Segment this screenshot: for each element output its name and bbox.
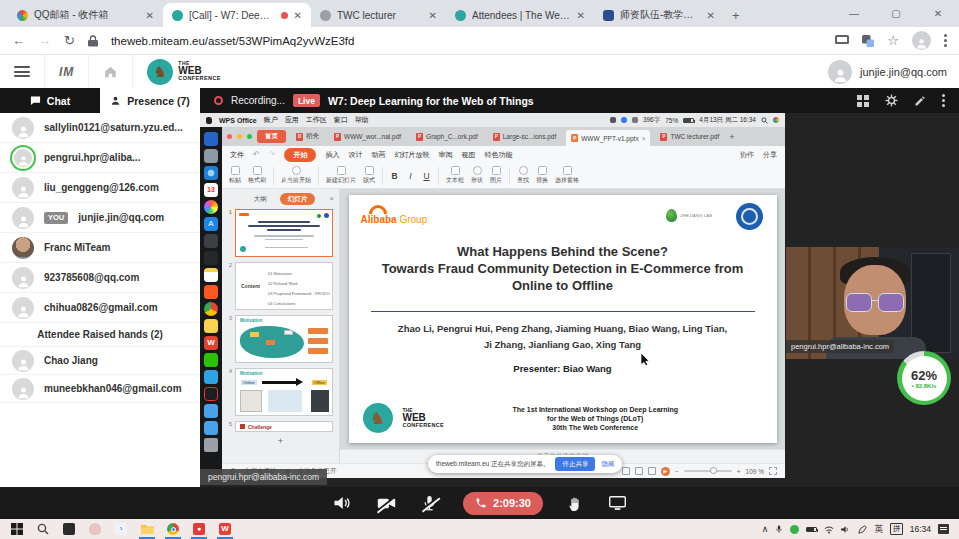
ribbon-tab-insert[interactable]: 插入 xyxy=(325,150,339,160)
browser-menu-icon[interactable] xyxy=(944,34,947,47)
wps-tab-docer[interactable]: D稻壳 xyxy=(291,129,324,144)
forward-button-icon[interactable]: → xyxy=(38,33,51,48)
menu-wps-office[interactable]: WPS Office xyxy=(219,117,257,124)
tab-close-icon[interactable]: ✕ xyxy=(294,10,302,21)
tray-antivirus-icon[interactable] xyxy=(790,525,799,534)
attendee-row[interactable]: 923785608@qq.com xyxy=(0,263,200,293)
find-tool[interactable]: 查找 xyxy=(517,166,529,186)
slide-thumbnail-5[interactable]: 5 Challenge xyxy=(222,418,339,434)
taskbar-app-dark[interactable] xyxy=(56,519,82,539)
browser-tab-attendees[interactable]: Attendees | The Web Confere ✕ xyxy=(446,3,594,27)
ribbon-tab-animation[interactable]: 动画 xyxy=(371,150,385,160)
dock-icon-chrome[interactable] xyxy=(204,302,218,316)
bold-tool[interactable]: B xyxy=(390,171,399,181)
textbox-tool[interactable]: 文本框 xyxy=(446,166,464,186)
url-field[interactable]: theweb.miteam.eu/asset/53WPimAq2yvWzE3fd xyxy=(111,35,355,47)
menu-window[interactable]: 窗口 xyxy=(334,115,348,125)
wps-tab-pdf[interactable]: PTWC lecturer.pdf xyxy=(655,130,724,144)
add-slide-button[interactable]: + xyxy=(222,436,339,446)
browser-tab-twc-lecturer[interactable]: TWC lecturer ✕ xyxy=(311,3,446,27)
network-quality-badge[interactable]: 62% ▪ 82.8K/s xyxy=(897,351,951,405)
tab-close-icon[interactable]: ✕ xyxy=(577,10,585,21)
ribbon-tab-view[interactable]: 视图 xyxy=(461,150,475,160)
ime-language-indicator[interactable]: 英 xyxy=(874,523,883,536)
browser-tab-call-active[interactable]: [Call] - W7: Deep Learning ✕ xyxy=(163,3,311,27)
share-button[interactable]: 分享 xyxy=(763,150,777,160)
ribbon-tab-review[interactable]: 审阅 xyxy=(438,150,452,160)
taskbar-wps[interactable]: W xyxy=(212,519,238,539)
home-button[interactable] xyxy=(89,55,133,88)
wps-tab-pdf[interactable]: PGraph_C...ork.pdf xyxy=(411,130,483,144)
tab-chat[interactable]: Chat xyxy=(0,88,100,113)
ime-mode-indicator[interactable]: 拼 xyxy=(890,523,903,535)
format-painter-tool[interactable]: 格式刷 xyxy=(248,166,266,186)
back-button-icon[interactable]: ← xyxy=(12,33,25,48)
speaker-icon[interactable] xyxy=(333,495,351,511)
panel-close-icon[interactable]: × xyxy=(329,194,334,203)
browser-profile-avatar[interactable] xyxy=(912,31,931,50)
dock-icon-safari[interactable] xyxy=(204,166,218,180)
tray-wifi-icon[interactable] xyxy=(824,525,834,534)
notification-center-icon[interactable] xyxy=(938,524,949,534)
fullscreen-icon[interactable] xyxy=(769,467,777,475)
dock-icon-app-orange[interactable] xyxy=(204,285,218,299)
tray-pen-icon[interactable] xyxy=(858,525,867,534)
mic-off-button[interactable] xyxy=(422,495,437,512)
shapes-tool[interactable]: 形状 xyxy=(471,166,483,186)
annotate-pencil-icon[interactable] xyxy=(914,95,926,107)
undo-icon[interactable]: ↶ xyxy=(253,150,260,159)
spotlight-search-icon[interactable] xyxy=(761,117,768,124)
screen-cast-icon[interactable] xyxy=(835,35,849,46)
tray-volume-icon[interactable] xyxy=(841,525,851,534)
taskbar-clock[interactable]: 16:34 xyxy=(910,524,931,534)
menu-help[interactable]: 帮助 xyxy=(355,115,369,125)
dock-icon-qq[interactable] xyxy=(204,387,218,401)
dock-icon-folder[interactable] xyxy=(204,421,218,435)
underline-tool[interactable]: U xyxy=(422,171,431,181)
slide-thumbnail-2[interactable]: 2 Content 01 Motivation 02 Related Work … xyxy=(222,259,339,312)
taskbar-app-red[interactable]: ● xyxy=(186,519,212,539)
layout-tool[interactable]: 版式 xyxy=(363,166,375,186)
dock-icon-notes[interactable] xyxy=(204,268,218,282)
bookmark-star-icon[interactable]: ☆ xyxy=(887,33,899,48)
collab-button[interactable]: 协作 xyxy=(740,150,754,160)
hide-share-bar-link[interactable]: 隐藏 xyxy=(601,460,614,469)
zoom-slider[interactable] xyxy=(684,470,732,472)
dock-icon-folder[interactable] xyxy=(204,404,218,418)
screen-share-button[interactable] xyxy=(609,496,626,511)
ribbon-tab-design[interactable]: 设计 xyxy=(348,150,362,160)
view-normal-icon[interactable] xyxy=(622,467,630,475)
mac-minimize-icon[interactable] xyxy=(237,134,242,139)
selection-pane-tool[interactable]: 选择窗格 xyxy=(555,166,579,186)
dock-icon-appstore[interactable]: A xyxy=(204,217,218,231)
more-options-icon[interactable] xyxy=(942,94,945,107)
dock-icon-telegram[interactable] xyxy=(204,370,218,384)
new-tab-button[interactable]: + xyxy=(732,8,740,23)
tab-close-icon[interactable]: ✕ xyxy=(707,10,715,21)
play-from-current-tool[interactable]: 从当前开始 xyxy=(281,166,311,186)
wps-tab-pdf[interactable]: PLarge-sc...ions.pdf xyxy=(488,130,561,144)
wps-new-tab-button[interactable]: + xyxy=(729,132,734,142)
attendee-row[interactable]: sallylin0121@saturn.yzu.ed... xyxy=(0,113,200,143)
mac-close-icon[interactable] xyxy=(227,134,232,139)
dock-icon-photos[interactable] xyxy=(204,200,218,214)
replace-tool[interactable]: 替换 xyxy=(536,166,548,186)
taskbar-chrome[interactable] xyxy=(160,519,186,539)
attendee-row[interactable]: Franc MiTeam xyxy=(0,233,200,263)
slide-thumbnail-3[interactable]: 3 Motivation xyxy=(222,312,339,365)
menu-account[interactable]: 账户 xyxy=(264,115,278,125)
mac-zoom-icon[interactable] xyxy=(247,134,252,139)
taskbar-search-button[interactable] xyxy=(30,519,56,539)
attendee-row-you[interactable]: YOU junjie.jin@qq.com xyxy=(0,203,200,233)
tab-close-icon[interactable]: ✕ xyxy=(429,10,437,21)
stop-sharing-button[interactable]: 停止共享 xyxy=(555,457,595,471)
taskbar-app-arrow[interactable]: › xyxy=(108,519,134,539)
translate-icon[interactable] xyxy=(862,35,874,47)
app-menu-button[interactable] xyxy=(0,55,45,88)
taskbar-app-cloud[interactable] xyxy=(82,519,108,539)
start-button[interactable] xyxy=(4,519,30,539)
hangup-button[interactable]: 2:09:30 xyxy=(463,492,543,515)
slide-canvas[interactable]: Alibaba Group ZHEJIANG LAB What Happens … xyxy=(349,195,777,443)
dock-icon-wps[interactable]: W xyxy=(204,336,218,350)
dock-icon-calendar[interactable]: 13 xyxy=(204,183,218,197)
